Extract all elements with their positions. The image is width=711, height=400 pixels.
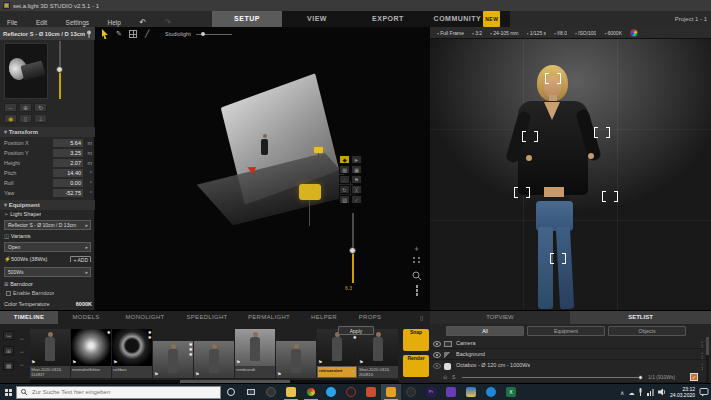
tab-topview[interactable]: TOPVIEW <box>430 311 570 324</box>
tab-timeline[interactable]: TIMELINE <box>0 311 58 324</box>
position-x-field[interactable]: 5.64 <box>53 139 83 147</box>
drag-handle[interactable]: ••• <box>701 341 703 349</box>
height-field[interactable]: 2.07 <box>53 159 83 167</box>
timeline-shot-thumb-selected[interactable]: ★★ reinszeniert <box>317 329 357 378</box>
tab-monolight[interactable]: MONOLIGHT <box>114 311 176 324</box>
timeline-options-icon[interactable]: ▯ <box>420 314 423 321</box>
light-shaper-select[interactable]: Reflector S - Ø 10cm / D 13cm <box>4 220 91 230</box>
studio-3d-viewport[interactable]: ✎ ╱ Studiolight ◆ ► ▦ ▣ ∴ ⚑ ↻ ╳ ▨ <box>95 27 430 310</box>
search-input[interactable] <box>30 388 210 396</box>
aperture-select[interactable]: f/8.0 <box>554 30 567 36</box>
slider-handle[interactable] <box>349 247 356 254</box>
export-shot-icon[interactable]: ↪ <box>3 331 14 340</box>
taskbar-app-purple[interactable] <box>441 384 461 400</box>
palette-cross-icon[interactable]: ╳ <box>351 185 362 194</box>
snap-button[interactable]: Snap <box>403 329 429 351</box>
timeline-shot-thumb[interactable]: gleiche verteilung <box>194 329 234 378</box>
tab-setlist[interactable]: SETLIST <box>570 311 711 324</box>
camera-live-view[interactable] <box>430 39 711 310</box>
timeline-shot-thumb[interactable]: ★★★ gleiche ambergröße (2) <box>153 329 193 378</box>
select-cursor-icon[interactable] <box>101 29 109 39</box>
palette-frame-icon[interactable]: ▣ <box>351 165 362 174</box>
zoom-icon[interactable] <box>411 271 422 282</box>
yaw-field[interactable]: -52.75 <box>53 189 83 197</box>
color-profile-icon[interactable] <box>630 29 638 37</box>
palette-cursor-icon[interactable]: ► <box>351 155 362 164</box>
tab-export[interactable]: EXPORT <box>352 11 424 27</box>
transform-section-header[interactable]: Transform <box>0 127 95 137</box>
tab-props[interactable]: PROPS <box>348 311 392 324</box>
light-stand-icon[interactable]: ⊥ <box>34 114 47 123</box>
action-center-icon[interactable] <box>699 387 709 397</box>
flag-icon[interactable] <box>72 360 76 365</box>
timeline-shot-thumb[interactable]: Shot-2020 0324-114837 <box>30 329 70 378</box>
setalight-app-icon[interactable] <box>381 384 401 400</box>
flag-icon[interactable] <box>31 360 35 365</box>
timeline-shot-thumb[interactable]: ★★ softbox <box>112 329 152 378</box>
white-balance-select[interactable]: 6000K <box>604 30 622 36</box>
palette-light-icon[interactable]: ◆ <box>339 155 350 164</box>
cloud-icon[interactable]: ☁ <box>628 389 634 396</box>
tray-expand-icon[interactable]: ∧ <box>620 389 624 396</box>
filter-all[interactable]: All <box>446 326 524 336</box>
position-y-field[interactable]: 3.25 <box>53 149 83 157</box>
palette-rotate-icon[interactable]: ↻ <box>339 185 350 194</box>
task-view-icon[interactable] <box>241 384 261 400</box>
power-select[interactable]: 500Ws <box>4 267 91 277</box>
apply-button[interactable]: Apply <box>338 326 374 335</box>
timeline-shot-thumb[interactable]: Shot-2020 0324-200816 <box>358 329 398 378</box>
setlist-row-octabox-120[interactable]: Octabox - Ø 120 cm - 1000Ws ••• <box>430 360 707 371</box>
drag-handle[interactable]: ••• <box>701 352 703 360</box>
aspect-ratio-select[interactable]: 3:2 <box>472 30 482 36</box>
telegram-icon[interactable] <box>321 384 341 400</box>
taskbar-clock[interactable]: 23:12 24.03.2020 <box>670 386 695 398</box>
timeline-shot-thumb[interactable]: ★ normalreflektor <box>71 329 111 378</box>
setlist-row-background[interactable]: Background ••• <box>430 349 707 360</box>
cortana-icon[interactable] <box>221 384 241 400</box>
slider-handle[interactable] <box>638 375 643 380</box>
pan-icon[interactable]: ＋ <box>411 243 422 254</box>
filter-objects[interactable]: Objects <box>608 326 686 336</box>
taskbar-search[interactable] <box>16 386 221 399</box>
camera-view-icon[interactable] <box>411 299 422 310</box>
rotate-horizontal-icon[interactable]: ↔ <box>4 103 17 112</box>
setlist-row-camera[interactable]: Camera ••• <box>430 338 707 349</box>
sensor-format-select[interactable]: Full Frame <box>437 30 464 36</box>
tab-setup[interactable]: SETUP <box>212 11 282 27</box>
flag-icon[interactable] <box>359 360 363 365</box>
timeline-shot-thumb[interactable]: rembrandt <box>235 329 275 378</box>
tab-permalight[interactable]: PERMALIGHT <box>238 311 300 324</box>
flag-icon[interactable] <box>113 360 117 365</box>
tab-community[interactable]: COMMUNITYNEW <box>424 11 510 27</box>
light-height-slider[interactable] <box>56 41 64 99</box>
file-explorer-icon[interactable] <box>281 384 301 400</box>
microphone-icon[interactable] <box>638 388 643 396</box>
target-icon[interactable]: ⊕ <box>19 103 32 112</box>
lens-select[interactable]: 24-105 mm <box>490 30 518 36</box>
orbit-icon[interactable] <box>411 257 422 268</box>
slider-handle[interactable] <box>56 66 63 73</box>
equipment-section-header[interactable]: Equipment <box>0 200 95 210</box>
tab-helper[interactable]: HELPER <box>300 311 348 324</box>
excel-icon[interactable]: X <box>501 384 521 400</box>
taskbar-app-red[interactable] <box>361 384 381 400</box>
pin-icon[interactable] <box>86 30 92 38</box>
premiere-icon[interactable]: Pr <box>421 384 441 400</box>
palette-grid-icon[interactable]: ▦ <box>339 165 350 174</box>
roll-field[interactable]: 0.00 <box>53 179 83 187</box>
taskbar-app-red-ring[interactable] <box>341 384 361 400</box>
chrome-icon[interactable] <box>301 384 321 400</box>
rotate-icon[interactable]: ↻ <box>34 103 47 112</box>
visibility-eye-icon[interactable] <box>433 363 441 369</box>
light-height-quick-slider[interactable] <box>349 213 357 283</box>
shot-camera-icon[interactable]: ▦ <box>3 361 14 370</box>
flash-enabled-checkbox[interactable]: ✓ <box>690 373 698 381</box>
add-power-button[interactable]: + ADD <box>70 256 91 262</box>
render-button[interactable]: Render <box>403 355 429 377</box>
flag-icon[interactable] <box>154 372 158 377</box>
flag-icon[interactable] <box>277 372 281 377</box>
studiolight-slider[interactable] <box>196 34 232 35</box>
setlist-scrollbar[interactable] <box>706 337 709 383</box>
shutter-speed-select[interactable]: 1/125 s <box>527 30 547 36</box>
filter-equipment[interactable]: Equipment <box>527 326 605 336</box>
